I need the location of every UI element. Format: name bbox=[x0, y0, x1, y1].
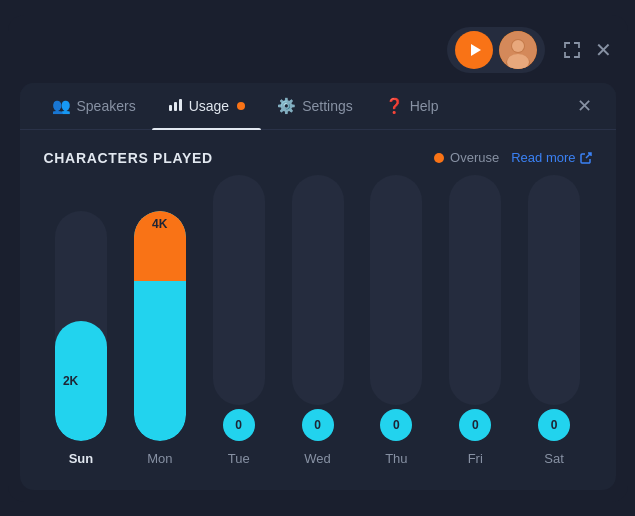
play-button[interactable] bbox=[455, 31, 493, 69]
day-label-fri: Fri bbox=[468, 451, 483, 466]
bar-col-sun: 2K Sun bbox=[44, 211, 119, 466]
tab-settings[interactable]: ⚙️ Settings bbox=[261, 83, 369, 129]
read-more-text: Read more bbox=[511, 150, 575, 165]
bar-wrapper-tue: 0 bbox=[213, 175, 265, 441]
bar-col-mon: 4K Mon bbox=[122, 211, 197, 466]
tab-speakers-label: Speakers bbox=[77, 98, 136, 114]
day-label-sun: Sun bbox=[69, 451, 94, 466]
media-controls bbox=[447, 27, 545, 73]
bar-zero-wed: 0 bbox=[302, 409, 334, 441]
bar-track-wed bbox=[292, 175, 344, 405]
bar-col-sat: 0 Sat bbox=[517, 175, 592, 466]
app-container: ✕ 👥 Speakers Usage bbox=[8, 15, 628, 502]
content-area: CHARACTERS PLAYED Overuse Read more bbox=[20, 130, 616, 490]
overuse-legend: Overuse bbox=[434, 150, 499, 165]
top-bar: ✕ bbox=[20, 27, 616, 73]
day-label-wed: Wed bbox=[304, 451, 331, 466]
bar-zero-sat: 0 bbox=[538, 409, 570, 441]
overuse-dot bbox=[434, 153, 444, 163]
svg-point-4 bbox=[512, 40, 524, 52]
chart-title: CHARACTERS PLAYED bbox=[44, 150, 213, 166]
chart-header: CHARACTERS PLAYED Overuse Read more bbox=[44, 150, 592, 166]
tab-help[interactable]: ❓ Help bbox=[369, 83, 455, 129]
bar-wrapper-thu: 0 bbox=[370, 175, 422, 441]
bar-fill-sun: 2K bbox=[55, 321, 107, 441]
bar-col-tue: 0 Tue bbox=[201, 175, 276, 466]
bar-label-mon: 4K bbox=[152, 217, 167, 231]
bar-fill-mon-orange: 4K bbox=[134, 211, 186, 281]
day-label-mon: Mon bbox=[147, 451, 172, 466]
read-more-link[interactable]: Read more bbox=[511, 150, 591, 165]
bar-col-wed: 0 Wed bbox=[280, 175, 355, 466]
bar-col-thu: 0 Thu bbox=[359, 175, 434, 466]
svg-rect-8 bbox=[179, 99, 182, 111]
tab-usage-label: Usage bbox=[189, 98, 229, 114]
bar-track-sat bbox=[528, 175, 580, 405]
bars-chart: 2K Sun 4K bbox=[44, 186, 592, 466]
bar-wrapper-sat: 0 bbox=[528, 175, 580, 441]
svg-rect-7 bbox=[174, 102, 177, 111]
bar-wrapper-mon: 4K bbox=[134, 211, 186, 441]
bar-wrapper-fri: 0 bbox=[449, 175, 501, 441]
bar-col-fri: 0 Fri bbox=[438, 175, 513, 466]
external-link-icon bbox=[580, 152, 592, 164]
tab-usage[interactable]: Usage bbox=[152, 83, 261, 129]
tab-speakers[interactable]: 👥 Speakers bbox=[36, 83, 152, 129]
bar-zero-thu: 0 bbox=[380, 409, 412, 441]
usage-icon bbox=[168, 97, 183, 115]
bar-track-fri bbox=[449, 175, 501, 405]
day-label-sat: Sat bbox=[544, 451, 564, 466]
settings-icon: ⚙️ bbox=[277, 97, 296, 115]
nav-tabs: 👥 Speakers Usage ⚙️ Settings bbox=[20, 83, 616, 130]
day-label-tue: Tue bbox=[228, 451, 250, 466]
bar-wrapper-sun: 2K bbox=[55, 211, 107, 441]
bar-zero-tue: 0 bbox=[223, 409, 255, 441]
bar-track-thu bbox=[370, 175, 422, 405]
day-label-thu: Thu bbox=[385, 451, 407, 466]
expand-icon[interactable] bbox=[563, 41, 581, 59]
tab-settings-label: Settings bbox=[302, 98, 353, 114]
help-icon: ❓ bbox=[385, 97, 404, 115]
bar-track-tue bbox=[213, 175, 265, 405]
bar-track-sun: 2K bbox=[55, 211, 107, 441]
avatar bbox=[499, 31, 537, 69]
usage-notification-dot bbox=[237, 102, 245, 110]
chart-legend: Overuse Read more bbox=[434, 150, 591, 165]
tab-help-label: Help bbox=[410, 98, 439, 114]
speakers-icon: 👥 bbox=[52, 97, 71, 115]
svg-marker-0 bbox=[471, 44, 481, 56]
overuse-label: Overuse bbox=[450, 150, 499, 165]
bar-wrapper-wed: 0 bbox=[292, 175, 344, 441]
nav-close-button[interactable]: ✕ bbox=[569, 87, 600, 125]
bar-track-mon: 4K bbox=[134, 211, 186, 441]
close-top-icon[interactable]: ✕ bbox=[595, 38, 612, 62]
top-icons: ✕ bbox=[563, 38, 612, 62]
main-panel: 👥 Speakers Usage ⚙️ Settings bbox=[20, 83, 616, 490]
bar-label-sun: 2K bbox=[63, 374, 78, 388]
bar-zero-fri: 0 bbox=[459, 409, 491, 441]
svg-rect-6 bbox=[169, 105, 172, 111]
